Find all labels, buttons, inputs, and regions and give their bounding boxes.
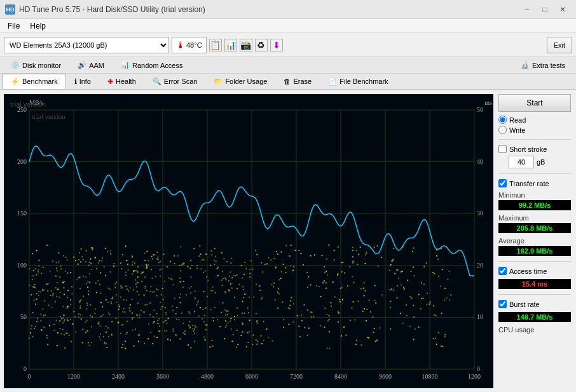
close-button[interactable]: ✕ <box>554 3 571 16</box>
access-time-section: 15.4 ms <box>498 279 571 289</box>
menu-help[interactable]: Help <box>25 20 51 32</box>
cpu-usage-label: CPU usage <box>498 326 571 334</box>
temperature-display: 🌡 48°C <box>172 37 207 53</box>
chart-container: trial version <box>4 94 493 388</box>
read-option[interactable]: Read <box>498 116 571 124</box>
options-group: Short stroke gB <box>498 145 571 168</box>
minimum-value: 99.2 MB/s <box>498 200 571 210</box>
app-icon: HD <box>5 4 15 15</box>
access-time-value: 15.4 ms <box>498 279 571 289</box>
error-scan-icon: 🔍 <box>153 78 161 86</box>
burst-rate-section: 148.7 MB/s <box>498 312 571 322</box>
average-label: Average <box>498 237 571 245</box>
minimize-button[interactable]: – <box>519 3 535 16</box>
health-icon: ✚ <box>107 78 113 86</box>
access-time-option[interactable]: Access time <box>498 267 571 275</box>
top-tab-bar: 💿 Disk monitor 🔊 AAM 📊 Random Access 🔬 E… <box>0 57 576 74</box>
minimum-label: Minimun <box>498 191 571 199</box>
tab-benchmark[interactable]: ⚡ Benchmark <box>3 74 66 89</box>
stroke-unit: gB <box>537 158 545 166</box>
aam-icon: 🔊 <box>78 61 86 69</box>
tab-info[interactable]: ℹ Info <box>66 74 99 89</box>
stroke-input-row: gB <box>509 156 571 168</box>
average-section: Average 162.9 MB/s <box>498 237 571 256</box>
device-select[interactable]: WD Elements 25A3 (12000 gB) <box>4 37 169 53</box>
burst-rate-option[interactable]: Burst rate <box>498 300 571 308</box>
tab-health[interactable]: ✚ Health <box>99 74 144 89</box>
toolbar-icon-3[interactable]: 📸 <box>240 39 252 51</box>
tab-disk-monitor[interactable]: 💿 Disk monitor <box>3 57 69 73</box>
maximum-value: 205.8 MB/s <box>498 223 571 233</box>
tab-random-access[interactable]: 📊 Random Access <box>113 57 191 73</box>
tab-error-scan[interactable]: 🔍 Error Scan <box>144 74 206 89</box>
write-option[interactable]: Write <box>498 126 571 134</box>
chart-watermark: trial version <box>10 100 46 108</box>
tab-extra-tests[interactable]: 🔬 Extra tests <box>512 57 573 73</box>
temperature-value: 48°C <box>186 41 202 49</box>
transfer-rate-option[interactable]: Transfer rate <box>498 179 571 187</box>
title-bar-left: HD HD Tune Pro 5.75 - Hard Disk/SSD Util… <box>5 4 205 15</box>
access-time-checkbox[interactable] <box>498 267 507 275</box>
toolbar: WD Elements 25A3 (12000 gB) 🌡 48°C 📋 📊 📸… <box>0 33 576 57</box>
right-panel: Start Read Write Short stroke gB <box>493 90 576 392</box>
toolbar-icon-4[interactable]: ♻ <box>255 39 268 51</box>
file-benchmark-icon: 📄 <box>328 78 337 86</box>
title-bar: HD HD Tune Pro 5.75 - Hard Disk/SSD Util… <box>0 0 576 19</box>
short-stroke-option[interactable]: Short stroke <box>498 145 571 153</box>
burst-rate-checkbox[interactable] <box>498 300 507 308</box>
divider-4 <box>498 294 571 295</box>
average-value: 162.9 MB/s <box>498 246 571 256</box>
maximum-label: Maximum <box>498 214 571 222</box>
maximize-button[interactable]: □ <box>537 3 553 16</box>
benchmark-chart <box>4 94 493 388</box>
divider-2 <box>498 173 571 174</box>
menu-file[interactable]: File <box>3 20 25 32</box>
stroke-value-input[interactable] <box>509 156 534 168</box>
tab-folder-usage[interactable]: 📁 Folder Usage <box>205 74 275 89</box>
info-icon: ℹ <box>74 78 77 86</box>
maximum-section: Maximum 205.8 MB/s <box>498 214 571 233</box>
exit-button[interactable]: Exit <box>547 37 572 53</box>
menu-bar: File Help <box>0 19 576 33</box>
bottom-tab-bar: ⚡ Benchmark ℹ Info ✚ Health 🔍 Error Scan… <box>0 74 576 90</box>
tab-aam[interactable]: 🔊 AAM <box>69 57 113 73</box>
divider-1 <box>498 139 571 140</box>
tab-erase[interactable]: 🗑 Erase <box>275 74 320 89</box>
toolbar-icon-5[interactable]: ⬇ <box>270 39 283 51</box>
tab-file-benchmark[interactable]: 📄 File Benchmark <box>320 74 396 89</box>
folder-usage-icon: 📁 <box>214 78 223 86</box>
disk-monitor-icon: 💿 <box>11 61 20 69</box>
read-write-group: Read Write <box>498 116 571 134</box>
toolbar-icon-2[interactable]: 📊 <box>224 39 237 51</box>
erase-icon: 🗑 <box>284 78 291 85</box>
divider-3 <box>498 261 571 262</box>
window-title: HD Tune Pro 5.75 - Hard Disk/SSD Utility… <box>19 5 205 14</box>
random-access-icon: 📊 <box>121 61 130 69</box>
minimum-section: Minimun 99.2 MB/s <box>498 191 571 210</box>
benchmark-icon: ⚡ <box>11 78 20 86</box>
toolbar-icon-1[interactable]: 📋 <box>209 39 222 51</box>
window-controls: – □ ✕ <box>519 3 571 16</box>
main-content: trial version Start Read Write Short str… <box>0 90 576 392</box>
write-radio[interactable] <box>498 126 507 134</box>
temperature-icon: 🌡 <box>176 40 185 50</box>
transfer-rate-checkbox[interactable] <box>498 179 507 187</box>
start-button[interactable]: Start <box>498 94 571 112</box>
extra-tests-icon: 🔬 <box>521 61 530 69</box>
read-radio[interactable] <box>498 116 507 124</box>
short-stroke-checkbox[interactable] <box>498 145 507 153</box>
burst-rate-value: 148.7 MB/s <box>498 312 571 322</box>
